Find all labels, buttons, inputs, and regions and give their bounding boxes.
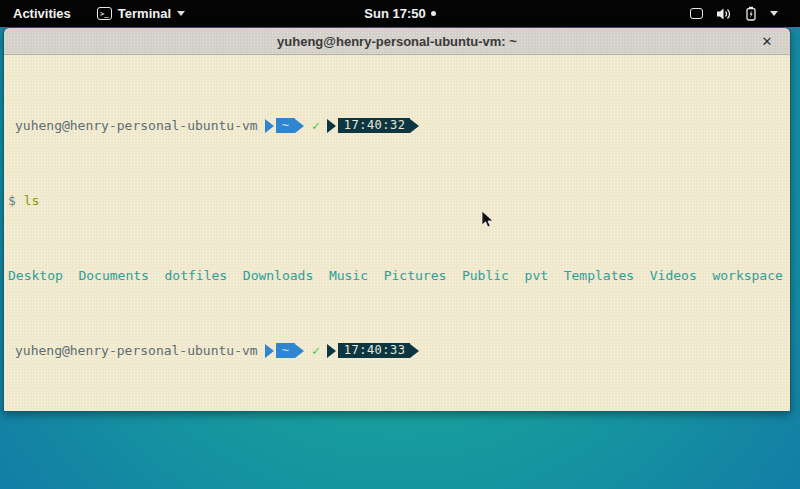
app-menu-terminal[interactable]: >_ Terminal [97,6,185,21]
clock[interactable]: Sun 17:50 [364,6,425,21]
status-area[interactable] [690,0,778,27]
chevron-down-icon [177,11,185,16]
prompt-path: ~ [276,343,295,358]
powerline-arrow-icon [295,344,304,358]
powerline-arrow-icon [410,344,419,358]
prompt-time: 17:40:33 [338,343,410,358]
prompt-user-host: yuheng@henry-personal-ubuntu-vm [15,343,258,358]
prompt-time: 17:40:32 [338,118,410,133]
chevron-down-icon [770,11,778,16]
desktop: Activities >_ Terminal Sun 17:50 [0,0,800,489]
prompt-path: ~ [276,118,295,133]
prompt-symbol: $ [8,193,16,208]
prompt-line: yuheng@henry-personal-ubuntu-vm ~ ✓ 17:4… [8,343,788,358]
prompt-time-segment: 17:40:33 [327,343,419,358]
window-title: yuheng@henry-personal-ubuntu-vm: ~ [277,34,517,49]
notification-dot-icon [431,11,436,16]
terminal-content[interactable]: yuheng@henry-personal-ubuntu-vm ~ ✓ 17:4… [4,55,790,412]
ls-output: Desktop Documents dotfiles Downloads Mus… [8,268,788,283]
top-bar: Activities >_ Terminal Sun 17:50 [0,0,800,27]
app-menu-label: Terminal [118,6,171,21]
close-button[interactable]: ✕ [758,32,776,50]
powerline-arrow-icon [265,119,274,133]
activities-button[interactable]: Activities [13,6,71,21]
command-text: ls [24,193,40,208]
command-line: $ ls [8,193,788,208]
prompt-line: yuheng@henry-personal-ubuntu-vm ~ ✓ 17:4… [8,118,788,133]
status-check-icon: ✓ [312,343,320,358]
volume-icon [716,7,732,21]
window-titlebar[interactable]: yuheng@henry-personal-ubuntu-vm: ~ ✕ [4,28,790,55]
powerline-arrow-icon [410,119,419,133]
powerline-arrow-icon [327,119,336,133]
prompt-path-segment: ~ [265,118,304,133]
battery-charging-icon [745,6,757,21]
terminal-window: yuheng@henry-personal-ubuntu-vm: ~ ✕ yuh… [3,27,791,412]
prompt-path-segment: ~ [265,343,304,358]
prompt-time-segment: 17:40:32 [327,118,419,133]
powerline-arrow-icon [295,119,304,133]
mouse-cursor-icon [481,210,495,230]
powerline-arrow-icon [327,344,336,358]
terminal-app-icon: >_ [97,7,112,20]
prompt-user-host: yuheng@henry-personal-ubuntu-vm [15,118,258,133]
powerline-arrow-icon [265,344,274,358]
screen-icon [690,8,703,19]
status-check-icon: ✓ [312,118,320,133]
